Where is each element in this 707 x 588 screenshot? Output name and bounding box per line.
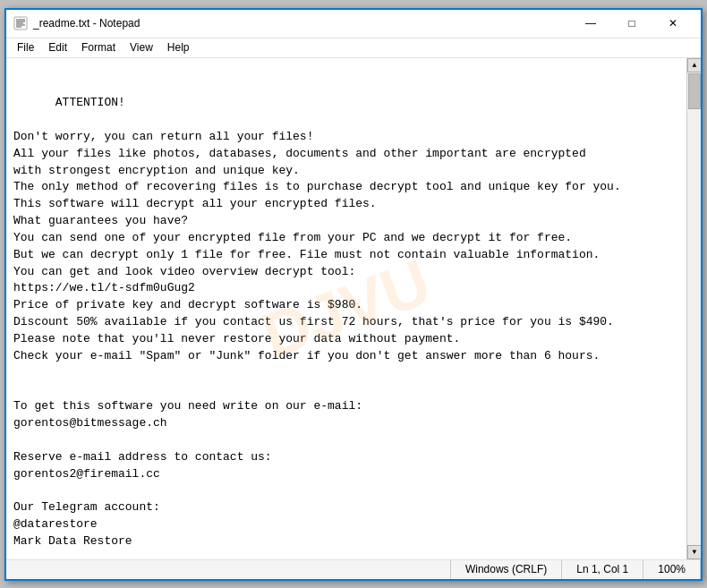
content-area: DJVU ATTENTION! Don't worry, you can ret… (6, 58, 701, 559)
maximize-button[interactable]: □ (611, 9, 652, 38)
editor-text: ATTENTION! Don't worry, you can return a… (13, 96, 621, 558)
menu-help[interactable]: Help (160, 39, 197, 55)
status-encoding: Windows (CRLF) (451, 560, 562, 579)
menu-format[interactable]: Format (74, 39, 123, 55)
menu-file[interactable]: File (10, 39, 41, 55)
vertical-scrollbar[interactable]: ▲ ▼ (686, 58, 701, 559)
scroll-up-button[interactable]: ▲ (687, 58, 701, 72)
minimize-button[interactable]: — (570, 9, 611, 38)
menu-edit[interactable]: Edit (41, 39, 74, 55)
scroll-down-button[interactable]: ▼ (687, 545, 701, 559)
scroll-thumb[interactable] (688, 73, 701, 109)
app-icon (13, 16, 28, 30)
status-zoom: 100% (643, 560, 701, 579)
status-empty (6, 560, 451, 579)
scroll-track[interactable] (687, 72, 701, 545)
menu-view[interactable]: View (123, 39, 160, 55)
menu-bar: File Edit Format View Help (6, 38, 701, 58)
status-position: Ln 1, Col 1 (562, 560, 643, 579)
notepad-window: _readme.txt - Notepad — □ ✕ File Edit Fo… (4, 8, 703, 581)
text-editor[interactable]: DJVU ATTENTION! Don't worry, you can ret… (6, 58, 686, 559)
window-title: _readme.txt - Notepad (33, 17, 570, 30)
title-bar: _readme.txt - Notepad — □ ✕ (6, 10, 701, 38)
window-controls: — □ ✕ (570, 9, 694, 38)
status-bar: Windows (CRLF) Ln 1, Col 1 100% (6, 559, 701, 579)
close-button[interactable]: ✕ (652, 9, 694, 38)
